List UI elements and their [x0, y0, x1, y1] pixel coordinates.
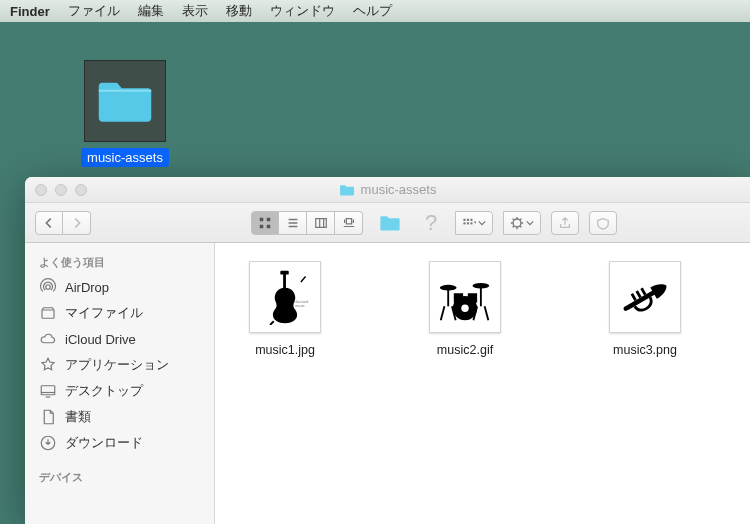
path-folder-icon[interactable]	[373, 211, 407, 235]
svg-rect-1	[267, 217, 271, 221]
applications-icon	[39, 356, 57, 374]
svg-rect-55	[635, 290, 641, 298]
arrange-button[interactable]	[455, 211, 493, 235]
window-title-text: music-assets	[361, 182, 437, 197]
file-item[interactable]: music3.png	[595, 261, 695, 357]
share-button[interactable]	[551, 211, 579, 235]
svg-rect-15	[467, 218, 469, 220]
sidebar-item-airdrop[interactable]: AirDrop	[25, 274, 214, 300]
titlebar[interactable]: music-assets	[25, 177, 750, 203]
svg-text:classical: classical	[294, 300, 308, 304]
menu-app-name[interactable]: Finder	[10, 4, 50, 19]
folder-icon	[84, 60, 166, 142]
sidebar-item-label: マイファイル	[65, 304, 143, 322]
window-controls	[35, 184, 87, 196]
finder-window: music-assets ? よく使う項目	[25, 177, 750, 524]
sidebar-item-label: アプリケーション	[65, 356, 169, 374]
svg-line-37	[270, 321, 274, 325]
svg-rect-18	[467, 222, 469, 224]
sidebar-item-applications[interactable]: アプリケーション	[25, 352, 214, 378]
svg-point-48	[461, 304, 468, 311]
minimize-icon[interactable]	[55, 184, 67, 196]
view-list-button[interactable]	[279, 211, 307, 235]
svg-rect-54	[631, 293, 637, 301]
close-icon[interactable]	[35, 184, 47, 196]
cello-icon: classical music	[257, 269, 313, 325]
menu-go[interactable]: 移動	[226, 2, 252, 20]
sidebar-heading-devices: デバイス	[25, 466, 214, 489]
view-buttons	[251, 211, 363, 235]
file-name: music2.gif	[415, 343, 515, 357]
svg-rect-2	[260, 224, 264, 228]
tags-button[interactable]	[589, 211, 617, 235]
svg-rect-0	[260, 217, 264, 221]
os-menubar: Finder ファイル 編集 表示 移動 ウィンドウ ヘルプ	[0, 0, 750, 22]
file-thumbnail	[429, 261, 501, 333]
file-thumbnail	[609, 261, 681, 333]
help-icon[interactable]: ?	[417, 211, 445, 235]
svg-rect-10	[346, 218, 351, 223]
svg-point-29	[46, 285, 51, 290]
cloud-icon	[39, 330, 57, 348]
menu-edit[interactable]: 編集	[138, 2, 164, 20]
svg-line-27	[513, 226, 514, 227]
file-grid[interactable]: classical music music1.jpg	[215, 243, 750, 524]
desktop-folder-label: music-assets	[81, 148, 169, 167]
menu-view[interactable]: 表示	[182, 2, 208, 20]
file-item[interactable]: classical music music1.jpg	[235, 261, 335, 357]
action-button[interactable]	[503, 211, 541, 235]
svg-rect-16	[470, 218, 472, 220]
nav-buttons	[35, 211, 91, 235]
view-columns-button[interactable]	[307, 211, 335, 235]
sidebar-item-desktop[interactable]: デスクトップ	[25, 378, 214, 404]
downloads-icon	[39, 434, 57, 452]
svg-line-52	[485, 306, 489, 320]
folder-icon	[339, 182, 355, 198]
svg-rect-14	[463, 218, 465, 220]
sidebar-item-icloud[interactable]: iCloud Drive	[25, 326, 214, 352]
airdrop-icon	[39, 278, 57, 296]
svg-rect-7	[315, 218, 326, 227]
window-title: music-assets	[339, 182, 437, 198]
desktop-folder[interactable]: music-assets	[80, 60, 170, 167]
svg-rect-17	[463, 222, 465, 224]
allfiles-icon	[39, 304, 57, 322]
svg-rect-19	[470, 222, 472, 224]
sidebar-item-label: iCloud Drive	[65, 332, 136, 347]
svg-rect-30	[42, 310, 54, 318]
svg-rect-3	[267, 224, 271, 228]
action-button-group	[503, 211, 541, 235]
documents-icon	[39, 408, 57, 426]
svg-line-28	[520, 218, 521, 219]
file-thumbnail: classical music	[249, 261, 321, 333]
drums-icon	[437, 269, 493, 325]
svg-text:music: music	[295, 304, 305, 308]
sidebar-item-label: ダウンロード	[65, 434, 143, 452]
sidebar-item-label: AirDrop	[65, 280, 109, 295]
view-icons-button[interactable]	[251, 211, 279, 235]
zoom-icon[interactable]	[75, 184, 87, 196]
menu-file[interactable]: ファイル	[68, 2, 120, 20]
menu-window[interactable]: ウィンドウ	[270, 2, 335, 20]
file-name: music3.png	[595, 343, 695, 357]
file-name: music1.jpg	[235, 343, 335, 357]
forward-button[interactable]	[63, 211, 91, 235]
sidebar-heading-favorites: よく使う項目	[25, 251, 214, 274]
sidebar: よく使う項目 AirDrop マイファイル iCloud Drive アプリケー…	[25, 243, 215, 524]
sidebar-item-label: デスクトップ	[65, 382, 143, 400]
svg-rect-56	[640, 288, 646, 296]
menu-help[interactable]: ヘルプ	[353, 2, 392, 20]
svg-line-49	[441, 306, 445, 320]
sidebar-item-downloads[interactable]: ダウンロード	[25, 430, 214, 456]
svg-rect-36	[280, 271, 288, 275]
sidebar-item-documents[interactable]: 書類	[25, 404, 214, 430]
view-coverflow-button[interactable]	[335, 211, 363, 235]
back-button[interactable]	[35, 211, 63, 235]
toolbar: ?	[25, 203, 750, 243]
sidebar-item-label: 書類	[65, 408, 91, 426]
svg-line-38	[301, 276, 306, 282]
desktop-icon	[39, 382, 57, 400]
arrange-button-group	[455, 211, 493, 235]
file-item[interactable]: music2.gif	[415, 261, 515, 357]
sidebar-item-myfiles[interactable]: マイファイル	[25, 300, 214, 326]
